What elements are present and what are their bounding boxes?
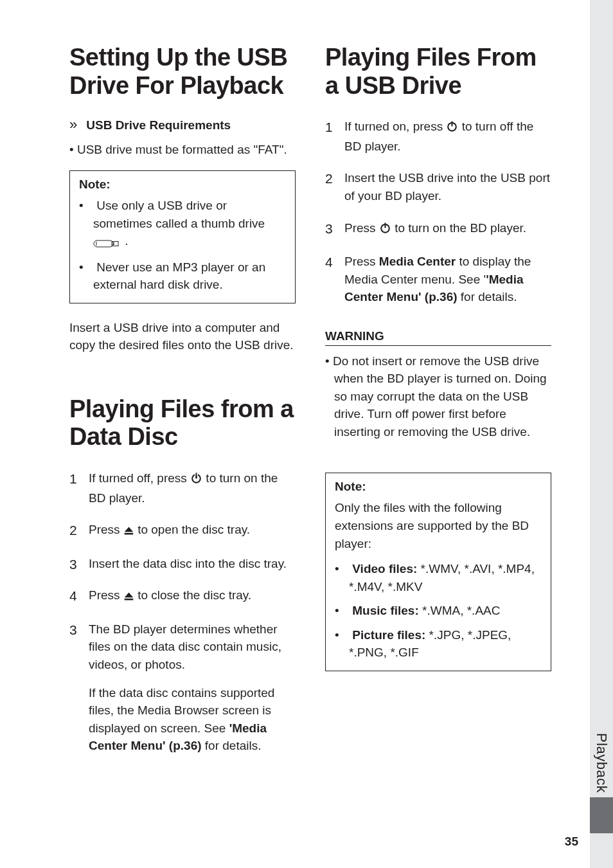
step-r-4-mc: Media Center	[379, 255, 456, 268]
step-b-5-extra-post: for details.	[202, 739, 262, 752]
step-b-5-text: The BD player determines whether files o…	[89, 622, 281, 671]
note2-title: Note:	[335, 480, 542, 494]
step-r-3-post: to turn on the BD player.	[391, 221, 526, 235]
note2-item-video: Video files: *.WMV, *.AVI, *.MP4, *.M4V,…	[335, 560, 542, 595]
step-b-4-pre: Press	[89, 588, 123, 602]
note2-item-picture: Picture files: *.JPG, *.JPEG, *.PNG, *.G…	[335, 626, 542, 662]
note-item-no-mp3: Never use an MP3 player or an external h…	[79, 258, 286, 294]
right-column: Playing Files From a USB Drive If turned…	[325, 44, 551, 769]
step-r-4-post: for details.	[458, 290, 517, 303]
heading-setup-usb: Setting Up the USB Drive For Playback	[69, 44, 296, 100]
note2-music-val: *.WMA, *.AAC	[419, 604, 501, 617]
step-r-3: Press to turn on the BD player.	[325, 219, 551, 239]
note2-item-music: Music files: *.WMA, *.AAC	[335, 602, 542, 620]
heading-usb-play: Playing Files From a USB Drive	[325, 44, 551, 100]
subheading-row: » USB Drive Requirements	[69, 118, 296, 132]
svg-marker-11	[125, 593, 134, 598]
usb-drive-icon	[93, 234, 121, 252]
step-r-3-pre: Press	[344, 221, 379, 235]
step-r-2: Insert the USB drive into the USB port o…	[325, 169, 551, 204]
svg-rect-3	[113, 242, 114, 244]
power-icon	[446, 120, 458, 138]
eject-icon	[123, 588, 134, 606]
step-r-1: If turned on, press to turn off the BD p…	[325, 118, 551, 155]
req-fat: USB drive must be formatted as "FAT".	[69, 141, 296, 159]
warning-body: Do not insert or remove the USB drive wh…	[325, 352, 551, 441]
svg-marker-9	[125, 527, 134, 532]
note-item-thumb-drive: Use only a USB drive or sometimes called…	[79, 197, 286, 252]
note-box-right: Note: Only the files with the following …	[325, 473, 551, 671]
step-r-4: Press Media Center to display the Media …	[325, 253, 551, 306]
svg-rect-4	[113, 244, 114, 246]
note-title: Note:	[79, 177, 286, 192]
step-b-4: Press to close the disc tray.	[69, 586, 296, 606]
page-content: Setting Up the USB Drive For Playback » …	[0, 0, 613, 868]
step-r-1-pre: If turned on, press	[344, 120, 446, 133]
svg-rect-16	[384, 222, 386, 228]
step-r-2-text: Insert the USB drive into the USB port o…	[344, 171, 550, 203]
step-b-5: The BD player determines whether files o…	[69, 620, 296, 755]
raquo-icon: »	[69, 118, 77, 132]
step-b-1-pre: If turned off, press	[89, 471, 190, 485]
step-b-1: If turned off, press to turn on the BD p…	[69, 469, 296, 507]
insert-usb-para: Insert a USB drive into a computer and c…	[69, 319, 296, 354]
note2-pic-label: Picture files:	[352, 628, 425, 642]
note-item-0-text: Use only a USB drive or sometimes called…	[93, 199, 265, 230]
step-b-3-text: Insert the data disc into the disc tray.	[89, 557, 287, 570]
note-box-left: Note: Use only a USB drive or sometimes …	[69, 170, 296, 303]
steps-data-disc: If turned off, press to turn on the BD p…	[69, 469, 296, 755]
step-b-3: Insert the data disc into the disc tray.	[69, 555, 296, 573]
left-column: Setting Up the USB Drive For Playback » …	[69, 44, 296, 769]
svg-rect-14	[452, 122, 453, 127]
svg-rect-12	[125, 599, 134, 601]
step-r-4-pre: Press	[344, 255, 379, 268]
note-item-1-text: Never use an MP3 player or an external h…	[93, 260, 265, 292]
step-b-2-pre: Press	[89, 523, 123, 536]
step-b-4-post: to close the disc tray.	[134, 588, 251, 602]
power-icon	[190, 471, 202, 489]
note2-intro: Only the files with the following extens…	[335, 499, 542, 552]
steps-usb: If turned on, press to turn off the BD p…	[325, 118, 551, 305]
note-item-0-tail: .	[121, 234, 129, 248]
subheading-usb-req: USB Drive Requirements	[86, 118, 231, 132]
power-icon	[379, 221, 391, 239]
note2-video-label: Video files:	[352, 562, 417, 575]
warning-title: WARNING	[325, 329, 551, 346]
svg-rect-8	[196, 473, 197, 478]
heading-data-disc: Playing Files from a Data Disc	[69, 395, 296, 451]
svg-rect-10	[125, 533, 134, 535]
step-b-2: Press to open the disc tray.	[69, 521, 296, 541]
eject-icon	[123, 523, 134, 541]
step-b-5-extra: If the data disc contains supported file…	[89, 684, 296, 755]
note2-music-label: Music files:	[352, 604, 418, 617]
step-b-2-post: to open the disc tray.	[134, 523, 250, 536]
